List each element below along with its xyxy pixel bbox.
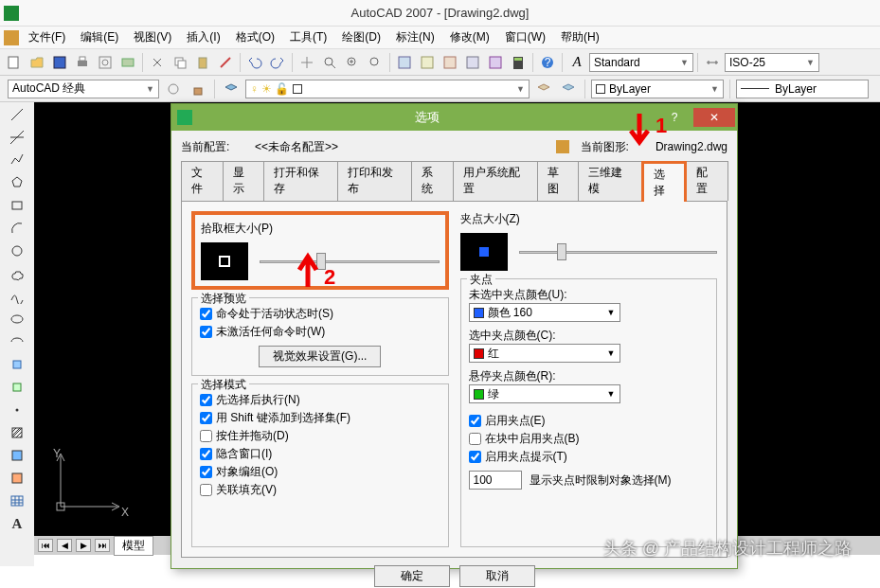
chk-active-cmd[interactable]: 命令处于活动状态时(S) [200, 306, 440, 322]
preview-icon[interactable] [95, 52, 116, 73]
gradient-icon[interactable] [7, 445, 27, 466]
rectangle-icon[interactable] [7, 195, 27, 216]
linetype-combo[interactable]: ByLayer [736, 80, 869, 98]
tab-plot[interactable]: 打印和发布 [337, 161, 412, 201]
revcloud-icon[interactable] [7, 263, 27, 284]
gripsize-slider[interactable] [519, 243, 718, 260]
menu-window[interactable]: 窗口(W) [499, 27, 551, 47]
menu-draw[interactable]: 绘图(D) [336, 27, 386, 47]
chk-noun-verb[interactable]: 先选择后执行(N) [200, 392, 440, 408]
tab-first-icon[interactable]: ⏮ [38, 539, 53, 552]
textstyle-combo[interactable]: Standard▼ [589, 53, 693, 72]
polygon-icon[interactable] [7, 172, 27, 193]
paste-icon[interactable] [192, 52, 213, 73]
hatch-icon[interactable] [7, 422, 27, 443]
chk-object-group[interactable]: 对象编组(O) [200, 464, 440, 480]
sel-color-combo[interactable]: 红 ▼ [469, 344, 620, 363]
zoom-realtime-icon[interactable] [319, 52, 340, 73]
menu-modify[interactable]: 修改(M) [444, 27, 495, 47]
print-icon[interactable] [72, 52, 93, 73]
chk-grip-block[interactable]: 在块中启用夹点(B) [469, 431, 709, 447]
redo-icon[interactable] [267, 52, 288, 73]
chk-shift-add[interactable]: 用 Shift 键添加到选择集(F) [200, 410, 440, 426]
tab-opensave[interactable]: 打开和保存 [263, 161, 338, 201]
tab-last-icon[interactable]: ⏭ [95, 539, 110, 552]
menu-edit[interactable]: 编辑(E) [75, 27, 124, 47]
menu-view[interactable]: 视图(V) [128, 27, 177, 47]
copy-icon[interactable] [170, 52, 190, 73]
ws-settings-icon[interactable] [163, 79, 184, 99]
designctr-icon[interactable] [417, 52, 438, 73]
cancel-button[interactable]: 取消 [459, 565, 535, 587]
dimstyle-icon[interactable] [702, 52, 723, 73]
tool-palette-icon[interactable] [440, 52, 460, 73]
chk-assoc-hatch[interactable]: 关联填充(V) [200, 482, 440, 498]
properties-icon[interactable] [394, 52, 415, 73]
grip-limit-input[interactable]: 100 [469, 471, 522, 490]
menu-help[interactable]: 帮助(H) [555, 27, 605, 47]
tab-model[interactable]: 模型 [114, 536, 153, 556]
zoom-prev-icon[interactable] [365, 52, 386, 73]
hover-color-combo[interactable]: 绿 ▼ [469, 384, 620, 403]
tab-selection[interactable]: 选择 [641, 161, 688, 202]
tab-system[interactable]: 系统 [411, 161, 454, 201]
tab-display[interactable]: 显示 [223, 161, 265, 201]
save-icon[interactable] [49, 52, 70, 73]
mtext-icon[interactable]: A [7, 513, 27, 534]
insert-block-icon[interactable] [7, 354, 27, 375]
table-icon[interactable] [7, 490, 27, 511]
menu-tools[interactable]: 工具(T) [284, 27, 332, 47]
ellipse-icon[interactable] [7, 309, 27, 330]
layer-states-icon[interactable] [558, 79, 579, 99]
menu-file[interactable]: 文件(F) [23, 27, 71, 47]
region-icon[interactable] [7, 468, 27, 489]
dimstyle-combo[interactable]: ISO-25▼ [725, 53, 819, 72]
help-icon[interactable]: ? [537, 52, 558, 73]
chk-enable-grip[interactable]: 启用夹点(E) [469, 413, 709, 429]
sheet-icon[interactable] [462, 52, 483, 73]
undo-icon[interactable] [244, 52, 265, 73]
match-icon[interactable] [215, 52, 236, 73]
layer-combo[interactable]: ♀ ☀ 🔓 ▼ [245, 80, 530, 98]
tab-next-icon[interactable]: ▶ [76, 539, 91, 552]
new-icon[interactable] [4, 52, 25, 73]
tab-profiles[interactable]: 配置 [686, 161, 728, 201]
pickbox-slider[interactable] [260, 253, 440, 270]
tab-prev-icon[interactable]: ◀ [57, 539, 72, 552]
cut-icon[interactable] [147, 52, 168, 73]
layer-prev-icon[interactable] [533, 79, 554, 99]
open-icon[interactable] [27, 52, 47, 73]
chk-grip-tip[interactable]: 启用夹点提示(T) [469, 449, 709, 465]
xline-icon[interactable] [7, 127, 27, 148]
unsel-color-combo[interactable]: 颜色 160 ▼ [469, 303, 620, 322]
chk-no-cmd[interactable]: 未激活任何命令时(W) [200, 324, 440, 340]
dialog-titlebar[interactable]: 选项 ? ✕ [171, 104, 737, 131]
make-block-icon[interactable] [7, 377, 27, 398]
tab-3dmodel[interactable]: 三维建模 [578, 161, 641, 201]
visual-effect-button[interactable]: 视觉效果设置(G)... [259, 346, 381, 367]
workspace-combo[interactable]: AutoCAD 经典▼ [8, 80, 159, 98]
layers-icon[interactable] [221, 79, 242, 99]
chk-implied-window[interactable]: 隐含窗口(I) [200, 446, 440, 462]
circle-icon[interactable] [7, 241, 27, 261]
chk-press-drag[interactable]: 按住并拖动(D) [200, 428, 440, 444]
spline-icon[interactable] [7, 286, 27, 307]
menu-insert[interactable]: 插入(I) [181, 27, 225, 47]
tab-userpref[interactable]: 用户系统配置 [453, 161, 538, 201]
color-combo[interactable]: ByLayer▼ [591, 80, 724, 98]
pan-icon[interactable] [296, 52, 317, 73]
calc-icon[interactable] [508, 52, 529, 73]
point-icon[interactable] [7, 400, 27, 420]
zoom-window-icon[interactable] [342, 52, 363, 73]
ws-lock-icon[interactable] [188, 79, 208, 99]
close-button[interactable]: ✕ [693, 108, 735, 127]
ellipse-arc-icon[interactable] [7, 331, 27, 352]
publish-icon[interactable] [117, 52, 138, 73]
ok-button[interactable]: 确定 [374, 565, 450, 587]
pline-icon[interactable] [7, 150, 27, 170]
arc-icon[interactable] [7, 218, 27, 239]
line-icon[interactable] [7, 104, 27, 125]
markup-icon[interactable] [485, 52, 506, 73]
tab-files[interactable]: 文件 [181, 161, 224, 201]
menu-dim[interactable]: 标注(N) [390, 27, 440, 47]
